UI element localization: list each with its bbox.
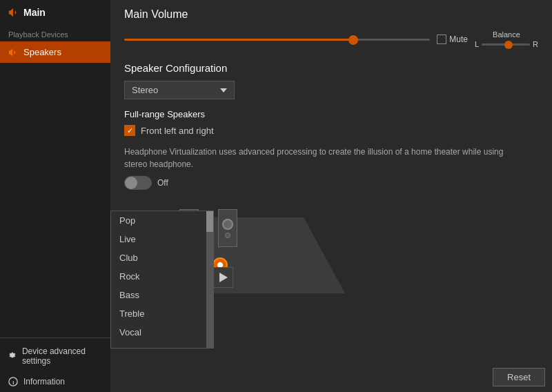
balance-slider[interactable] [482,43,530,46]
balance-container: Balance L R [475,30,538,48]
chevron-down-icon [220,88,227,92]
eq-item-pop[interactable]: Pop [111,211,213,230]
play-icon [219,273,228,282]
main-volume-title: Main Volume [124,8,538,21]
volume-slider[interactable] [124,39,430,41]
reset-button[interactable]: Reset [493,368,545,386]
eq-item-rock[interactable]: Rock [111,267,213,286]
mute-checkbox[interactable] [437,35,446,44]
virtualization-text: Headphone Virtualization uses advanced p… [124,146,524,170]
sidebar-item-device-advanced[interactable]: Device advanced settings [0,341,110,371]
information-label: Information [23,377,65,386]
balance-title: Balance [493,30,520,39]
info-icon: i [8,377,18,386]
equalizer-dropdown-list: Pop Live Club Rock Bass Treble Vocal Pow… [110,210,214,349]
full-range-title: Full-range Speakers [124,109,538,119]
balance-row: L R [475,40,538,48]
sidebar-header-label: Main [23,7,46,18]
mute-label: Mute [449,35,468,44]
speakers-label: Speakers [23,47,61,57]
scroll-thumb [206,211,213,232]
speaker-right [218,209,237,247]
gear-icon [8,351,17,361]
sidebar-header: Main [0,0,110,25]
eq-item-powerful[interactable]: Powerful [111,342,213,349]
main-content: Main Volume Mute Balance L R Speaker Con… [110,0,552,392]
sidebar-bottom: Device advanced settings i Information [0,335,110,392]
eq-item-live[interactable]: Live [111,230,213,248]
mute-checkbox-group: Mute [437,35,468,44]
play-button[interactable] [213,267,233,288]
speaker-config-dropdown[interactable]: Stereo [124,81,235,99]
virtualization-toggle[interactable] [124,176,152,190]
volume-row: Mute Balance L R [124,30,538,48]
dropdown-value: Stereo [132,85,158,95]
front-speakers-checkbox[interactable] [124,125,135,136]
device-advanced-label: Device advanced settings [22,346,102,366]
volume-thumb[interactable] [348,35,358,45]
front-left-right-row: Front left and right [124,125,538,136]
toggle-knob [125,177,137,189]
front-speakers-label: Front left and right [141,126,214,136]
sidebar-item-information[interactable]: i Information [0,371,110,392]
eq-item-vocal[interactable]: Vocal [111,323,213,342]
svg-text:i: i [12,380,14,386]
speaker-config-title: Speaker Configuration [124,62,538,74]
toggle-label: Off [157,178,168,188]
speaker-small-icon [8,48,18,57]
playback-devices-section-label: Playback Devices [0,25,110,41]
scroll-indicator[interactable] [206,211,213,348]
balance-thumb[interactable] [504,41,513,49]
eq-item-bass[interactable]: Bass [111,286,213,304]
volume-fill [124,39,353,41]
sidebar: Main Playback Devices Speakers Device ad… [0,0,110,392]
speaker-right-cone [222,219,233,230]
toggle-row: Off [124,176,538,190]
balance-left-label: L [475,40,479,48]
speaker-right-tweeter [225,233,230,238]
eq-item-club[interactable]: Club [111,248,213,267]
eq-item-treble[interactable]: Treble [111,304,213,323]
sidebar-item-speakers[interactable]: Speakers [0,41,110,63]
speaker-icon [8,8,18,17]
balance-right-label: R [533,40,538,48]
